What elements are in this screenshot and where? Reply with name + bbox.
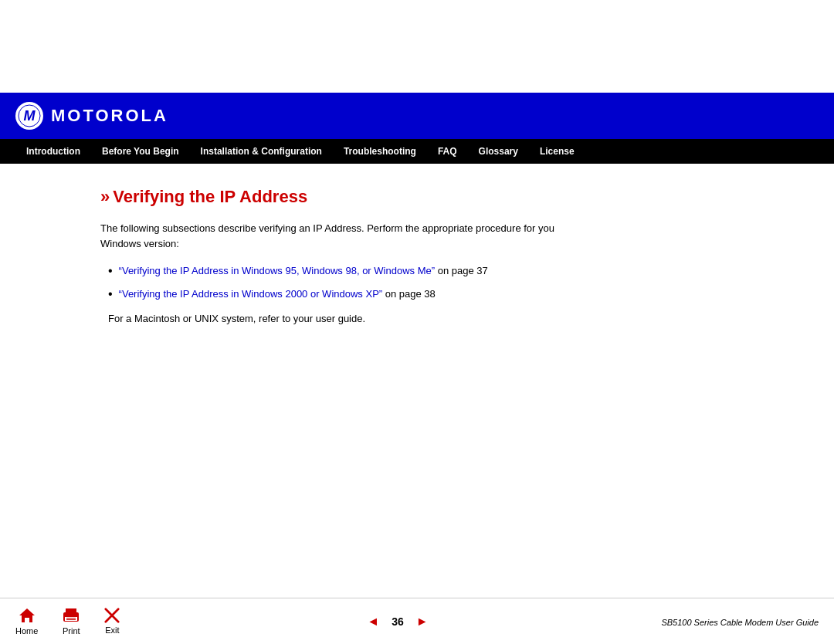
bullet-item-2: “Verifying the IP Address in Windows 200… — [119, 286, 436, 302]
top-space — [0, 0, 834, 93]
page-wrapper: M MOTOROLA Introduction Before You Begin… — [0, 0, 834, 644]
svg-rect-8 — [66, 619, 76, 620]
bullet-dot: • — [108, 262, 113, 280]
home-label: Home — [15, 626, 38, 636]
bullet-dot: • — [108, 285, 113, 303]
main-content: » Verifying the IP Address The following… — [0, 164, 834, 536]
list-item: • “Verifying the IP Address in Windows 9… — [108, 263, 587, 280]
home-icon — [18, 607, 36, 624]
print-icon — [61, 607, 81, 624]
svg-rect-6 — [65, 617, 77, 621]
home-button[interactable]: Home — [15, 607, 38, 636]
logo-container: M MOTOROLA — [15, 102, 168, 130]
nav-item-before-you-begin[interactable]: Before You Begin — [91, 140, 190, 163]
page-ref-1: on page 37 — [435, 265, 488, 276]
guide-title: SB5100 Series Cable Modem User Guide — [661, 618, 819, 627]
footer-right: SB5100 Series Cable Modem User Guide — [626, 615, 819, 629]
footer-center: ◄ 36 ► — [170, 615, 626, 629]
prev-page-button[interactable]: ◄ — [367, 615, 379, 629]
svg-text:M: M — [24, 108, 36, 124]
exit-icon — [104, 608, 120, 623]
svg-rect-5 — [66, 608, 76, 614]
list-item: • “Verifying the IP Address in Windows 2… — [108, 286, 587, 303]
bullet-item-1: “Verifying the IP Address in Windows 95,… — [119, 263, 488, 279]
bullet-list: • “Verifying the IP Address in Windows 9… — [100, 263, 757, 303]
nav-item-glossary[interactable]: Glossary — [468, 140, 529, 163]
nav-item-installation[interactable]: Installation & Configuration — [190, 140, 333, 163]
nav-item-license[interactable]: License — [529, 140, 585, 163]
page-title: Verifying the IP Address — [113, 187, 307, 207]
footer: Home Print Exit — [0, 598, 834, 644]
exit-button[interactable]: Exit — [104, 608, 120, 635]
print-label: Print — [63, 626, 80, 636]
nav-item-troubleshooting[interactable]: Troubleshooting — [333, 140, 427, 163]
svg-rect-3 — [25, 618, 29, 622]
nav-item-faq[interactable]: FAQ — [427, 140, 468, 163]
nav-bar: Introduction Before You Begin Installati… — [0, 139, 834, 164]
title-arrow: » — [100, 187, 110, 207]
page-number: 36 — [392, 615, 404, 628]
next-page-button[interactable]: ► — [416, 615, 429, 629]
nav-item-introduction[interactable]: Introduction — [15, 140, 91, 163]
page-title-container: » Verifying the IP Address — [100, 187, 757, 207]
x-icon — [104, 607, 120, 624]
brand-name: MOTOROLA — [51, 106, 168, 126]
footer-left: Home Print Exit — [15, 607, 170, 636]
mac-text: For a Macintosh or UNIX system, refer to… — [108, 313, 757, 324]
motorola-logo: M — [15, 102, 43, 130]
link-windows-95[interactable]: “Verifying the IP Address in Windows 95,… — [119, 265, 435, 276]
header-bar: M MOTOROLA — [0, 93, 834, 139]
link-windows-2000[interactable]: “Verifying the IP Address in Windows 200… — [119, 288, 383, 300]
exit-label: Exit — [105, 625, 119, 635]
print-button[interactable]: Print — [61, 607, 81, 636]
page-ref-2: on page 38 — [382, 288, 436, 300]
svg-rect-7 — [66, 618, 76, 619]
body-text: The following subsections describe verif… — [100, 221, 564, 251]
bottom-space — [0, 536, 834, 598]
